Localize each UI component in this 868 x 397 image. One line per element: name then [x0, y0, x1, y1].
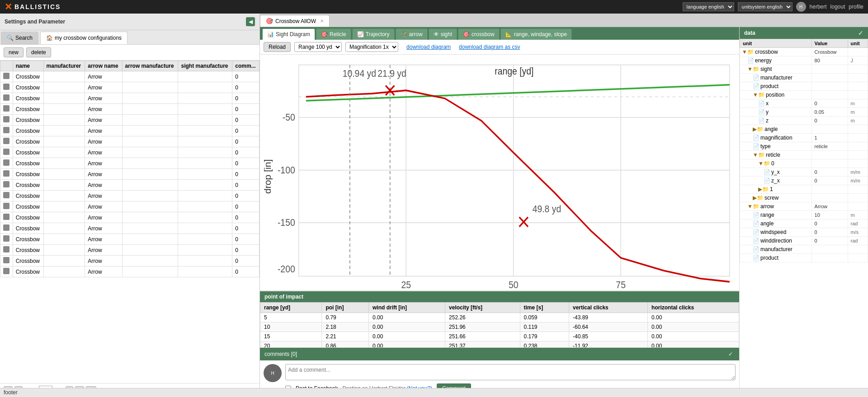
config-row-7[interactable]: Crossbow Arrow 0	[0, 147, 259, 158]
subtab-sight[interactable]: 👁 sight	[429, 28, 457, 40]
row-name: Crossbow	[13, 115, 43, 126]
config-row-18[interactable]: Crossbow Arrow 0	[0, 266, 259, 277]
subtab-reticle[interactable]: 🎯 Reticle	[316, 28, 351, 40]
col-manufacturer[interactable]: manufacturer	[43, 61, 85, 71]
data-value-cell[interactable]: 0	[811, 237, 848, 245]
row-arrow-name: Arrow	[85, 71, 122, 82]
row-name: Crossbow	[13, 71, 43, 82]
download-csv-link[interactable]: download diagram as csv	[459, 44, 520, 50]
row-comments: 0	[232, 266, 259, 277]
row-name: Crossbow	[13, 180, 43, 191]
subtab-sight-diagram[interactable]: 📊 Sight Diagram	[262, 28, 315, 40]
main-container: Settings and Parameter ◀ 🔍 Search 🏠 my c…	[0, 14, 868, 397]
data-value-cell[interactable]: Arrow	[811, 202, 848, 211]
data-unit-cell: rad	[848, 220, 868, 228]
poi-vert-clicks: -43.89	[569, 313, 648, 322]
tab-search[interactable]: 🔍 Search	[1, 32, 38, 44]
data-value-cell[interactable]: 0	[811, 220, 848, 228]
config-row-10[interactable]: Crossbow Arrow 0	[0, 180, 259, 191]
config-row-14[interactable]: Crossbow Arrow 0	[0, 223, 259, 234]
data-value-cell[interactable]	[811, 245, 848, 254]
data-value-cell[interactable]	[811, 194, 848, 202]
config-row-13[interactable]: Crossbow Arrow 0	[0, 212, 259, 223]
magnification-select[interactable]: Magnification 1x Magnification 2x	[345, 42, 398, 52]
col-arrow-name[interactable]: arrow name	[85, 61, 122, 71]
data-label: sight	[760, 66, 772, 72]
data-value-cell[interactable]	[811, 65, 848, 74]
config-row-17[interactable]: Crossbow Arrow 0	[0, 256, 259, 266]
data-value-cell[interactable]: 0	[811, 99, 848, 108]
subtab-range-windage[interactable]: 📐 range, windage, slope	[500, 28, 572, 40]
data-value-cell[interactable]: reticle	[811, 142, 848, 151]
data-label-cell: ▼📁arrow	[740, 202, 812, 211]
data-label-cell: 📄magnification	[740, 134, 812, 142]
logout-link[interactable]: logout	[830, 4, 845, 10]
data-row-24: 📄product	[740, 254, 868, 262]
config-row-6[interactable]: Crossbow Arrow 0	[0, 136, 259, 147]
new-button[interactable]: new	[4, 47, 24, 57]
data-value-cell[interactable]	[811, 185, 848, 194]
col-arrow-mfg[interactable]: arrow manufacture	[122, 61, 178, 71]
collapse-left-button[interactable]: ◀	[246, 17, 255, 26]
row-arrow-name: Arrow	[85, 191, 122, 201]
data-value-cell[interactable]	[811, 82, 848, 91]
reload-button[interactable]: Reload	[264, 42, 291, 52]
profile-link[interactable]: profile	[849, 4, 863, 10]
data-value-cell[interactable]: 0	[811, 177, 848, 185]
username-link[interactable]: herbert	[810, 4, 827, 10]
data-value-cell[interactable]	[811, 74, 848, 82]
col-comments[interactable]: comm...	[232, 61, 259, 71]
data-value-cell[interactable]: 80	[811, 56, 848, 65]
data-value-cell[interactable]: 0	[811, 117, 848, 125]
data-value-cell[interactable]: 1	[811, 134, 848, 142]
config-row-5[interactable]: Crossbow Arrow 0	[0, 126, 259, 136]
unitsystem-select[interactable]: unitsystem english	[738, 2, 793, 11]
data-value-cell[interactable]	[811, 125, 848, 134]
close-tab-icon[interactable]: ✕	[320, 19, 324, 23]
range-select[interactable]: Range 100 yd Range 50 yd Range 200 yd	[294, 42, 342, 52]
config-row-11[interactable]: Crossbow Arrow 0	[0, 191, 259, 201]
comment-textarea[interactable]	[285, 364, 736, 380]
config-row-4[interactable]: Crossbow Arrow 0	[0, 115, 259, 126]
data-unit-cell: m/m	[848, 177, 868, 185]
right-tab-crossbow-allow[interactable]: 🎯 Crossbow AllOW ✕	[260, 15, 330, 27]
download-diagram-link[interactable]: download diagram	[406, 44, 451, 50]
data-value-cell[interactable]: 0	[811, 168, 848, 177]
expand-data-button[interactable]: ✓	[858, 29, 863, 37]
row-arrow-mfg	[122, 234, 178, 245]
expand-comments-button[interactable]: ✓	[726, 350, 735, 358]
tab-my-configs[interactable]: 🏠 my crossbow configurations	[40, 32, 127, 44]
config-row-8[interactable]: Crossbow Arrow 0	[0, 158, 259, 169]
data-value-cell[interactable]	[811, 151, 848, 159]
poi-section: point of impact range [yd]poi [in]wind d…	[260, 291, 739, 347]
language-select[interactable]: language english	[683, 2, 734, 11]
col-name[interactable]: name	[13, 61, 43, 71]
subtab-crossbow[interactable]: 🎯 crossbow	[458, 28, 500, 40]
config-row-3[interactable]: Crossbow Arrow 0	[0, 104, 259, 115]
data-value-cell[interactable]	[811, 159, 848, 168]
file-icon: 📄	[753, 255, 760, 261]
search-tab-label: Search	[15, 35, 33, 41]
config-row-2[interactable]: Crossbow Arrow 0	[0, 93, 259, 104]
col-sight-mfg[interactable]: sight manufacture	[178, 61, 232, 71]
row-sight-mfg	[178, 201, 232, 212]
config-row-12[interactable]: Crossbow Arrow 0	[0, 201, 259, 212]
data-row-9: ▶📁angle	[740, 125, 868, 134]
data-label-cell: 📄product	[740, 254, 812, 262]
config-row-1[interactable]: Crossbow Arrow 0	[0, 82, 259, 93]
config-row-0[interactable]: Crossbow Arrow 0	[0, 71, 259, 82]
data-value-cell[interactable]: 10	[811, 211, 848, 220]
subtab-trajectory[interactable]: 📈 Trajectory	[352, 28, 395, 40]
delete-button[interactable]: delete	[26, 47, 51, 57]
data-label-cell: 📄z	[740, 117, 812, 125]
config-row-15[interactable]: Crossbow Arrow 0	[0, 234, 259, 245]
data-value-cell[interactable]: 0	[811, 228, 848, 237]
row-manufacturer	[43, 169, 85, 180]
data-value-cell[interactable]: 0.05	[811, 108, 848, 117]
config-row-16[interactable]: Crossbow Arrow 0	[0, 245, 259, 256]
data-value-cell[interactable]	[811, 254, 848, 262]
data-value-cell[interactable]	[811, 91, 848, 99]
config-row-9[interactable]: Crossbow Arrow 0	[0, 169, 259, 180]
data-value-cell[interactable]: Crossbow	[811, 48, 848, 56]
subtab-arrow[interactable]: 🏹 arrow	[396, 28, 428, 40]
